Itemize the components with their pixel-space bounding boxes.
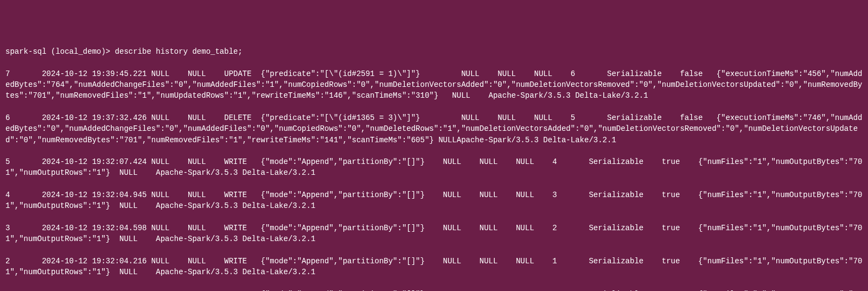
output-row: 1 2024-10-12 19:32:03.766 NULL NULL WRIT… (5, 289, 863, 291)
output-row: 4 2024-10-12 19:32:04.945 NULL NULL WRIT… (5, 189, 863, 212)
output-row: 2 2024-10-12 19:32:04.216 NULL NULL WRIT… (5, 256, 863, 278)
output-row: 3 2024-10-12 19:32:04.598 NULL NULL WRIT… (5, 223, 863, 245)
output-row: 5 2024-10-12 19:32:07.424 NULL NULL WRIT… (5, 156, 863, 179)
prompt-line-command[interactable]: spark-sql (local_demo)> describe history… (5, 46, 863, 57)
output-row: 7 2024-10-12 19:39:45.221 NULL NULL UPDA… (5, 68, 863, 102)
output-row: 6 2024-10-12 19:37:32.426 NULL NULL DELE… (5, 112, 863, 146)
